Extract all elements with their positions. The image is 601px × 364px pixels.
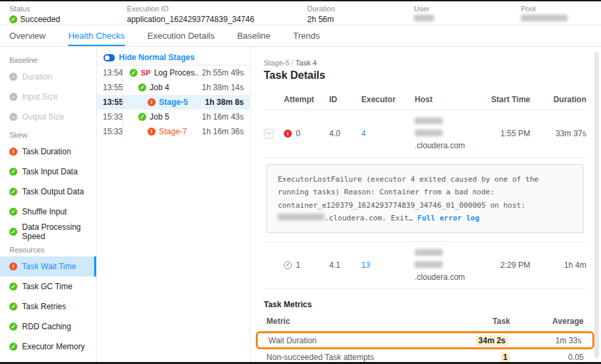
breadcrumb-task: Task 4	[296, 59, 317, 67]
error-circle-icon	[148, 128, 156, 136]
attempt-row-1: 1 4.1 13 .cloudera.com 2:29 PM 1h 4m	[264, 242, 586, 289]
attempt-row-0: − 0 4.0 4 .cloudera.com 1:55 PM 33m 37s	[264, 110, 586, 158]
full-error-log-link[interactable]: Full error log	[417, 214, 479, 222]
error-message-box: ExecutorLostFailure (executor 4 exited c…	[266, 164, 584, 233]
collapse-row-button[interactable]: −	[264, 129, 274, 139]
sidebar-item-task-input-data[interactable]: Task Input Data	[0, 162, 96, 182]
executor-link[interactable]: 13	[361, 260, 370, 270]
check-circle-icon	[9, 168, 17, 176]
health-checks-sidebar: Baseline Duration Input Size Output Size…	[0, 47, 97, 362]
sidebar-item-task-wait-time[interactable]: Task Wait Time	[0, 256, 96, 277]
sidebar-item-shuffle-input[interactable]: Shuffle Input	[0, 202, 96, 222]
execution-id-field: Execution ID application_1624293774839_3…	[127, 5, 254, 24]
sidebar-item-task-retries[interactable]: Task Retries	[0, 297, 96, 317]
minus-circle-icon	[9, 93, 17, 101]
section-baseline: Baseline	[0, 52, 96, 67]
highlighted-value: 1	[500, 352, 510, 362]
stage-row-job-5[interactable]: 15:33 Job 5 1h 16m 43s	[97, 110, 250, 124]
metrics-table-header: Metric Task Average	[264, 312, 586, 331]
sidebar-item-input-size[interactable]: Input Size	[0, 87, 96, 107]
task-details-panel: Stage-5/Task 4 Task Details Attempt ID E…	[250, 47, 601, 362]
error-circle-icon	[148, 98, 156, 106]
breadcrumb-stage[interactable]: Stage-5	[264, 59, 290, 67]
error-circle-icon	[9, 148, 17, 156]
sidebar-item-duration[interactable]: Duration	[0, 67, 96, 87]
succeeded-attempt-icon	[284, 261, 292, 269]
stage-row-app[interactable]: 13:54 SP Log Proces... 2h 55m 49s	[97, 65, 250, 80]
attempts-table-header: Attempt ID Executor Host Start Time Dura…	[264, 89, 586, 110]
tab-bar: Overview Health Checks Execution Details…	[0, 25, 601, 47]
duration-label: Duration	[307, 5, 335, 13]
check-circle-icon	[130, 69, 138, 77]
executor-link[interactable]: 4	[361, 129, 366, 138]
highlighted-value: 34m 2s	[475, 335, 508, 346]
host-cell: .cloudera.com	[415, 110, 469, 157]
metric-row-wait-duration: Wait Duration 34m 2s 1m 33s	[256, 331, 594, 349]
host-cell: .cloudera.com	[415, 242, 469, 289]
minus-circle-icon	[9, 113, 17, 121]
pool-label: Pool	[521, 5, 568, 13]
sidebar-item-executor-memory[interactable]: Executor Memory	[0, 337, 96, 357]
window-top-edge	[0, 0, 601, 1]
minus-circle-icon	[9, 73, 17, 81]
stages-panel: Hide Normal Stages 13:54 SP Log Proces..…	[97, 47, 250, 362]
tab-baseline[interactable]: Baseline	[237, 25, 270, 46]
check-circle-icon	[9, 323, 17, 331]
check-circle-icon	[9, 303, 17, 311]
tab-trends[interactable]: Trends	[293, 25, 320, 46]
host-redacted-value	[415, 249, 443, 256]
tab-overview[interactable]: Overview	[9, 25, 45, 46]
check-circle-icon	[138, 113, 146, 121]
execution-id-value: application_1624293774839_34746	[127, 15, 254, 24]
section-skew: Skew	[0, 127, 96, 142]
sidebar-item-task-output-data[interactable]: Task Output Data	[0, 182, 96, 202]
spark-app-badge: SP	[141, 69, 151, 77]
sidebar-item-task-duration[interactable]: Task Duration	[0, 142, 96, 162]
status-field: Status Succeeded	[9, 5, 60, 24]
stage-row-stage-7[interactable]: 15:33 Stage-7 1h 16m 36s	[97, 124, 250, 139]
check-circle-icon	[9, 343, 17, 351]
user-field: User	[414, 5, 434, 21]
user-redacted-value	[414, 15, 434, 21]
user-label: User	[414, 5, 434, 13]
sidebar-item-data-processing-speed[interactable]: Data Processing Speed	[0, 222, 96, 242]
check-circle-icon	[9, 188, 17, 196]
section-resources: Resources	[0, 242, 96, 256]
stage-row-job-4[interactable]: 13:55 Job 4 1h 38m 14s	[97, 80, 250, 95]
error-circle-icon	[9, 262, 17, 270]
main-content: Baseline Duration Input Size Output Size…	[0, 47, 601, 362]
failed-attempt-icon	[284, 130, 292, 138]
sidebar-item-output-size[interactable]: Output Size	[0, 107, 96, 127]
breadcrumb: Stage-5/Task 4	[264, 59, 586, 67]
check-circle-icon	[138, 83, 146, 92]
host-redacted-value	[278, 214, 325, 220]
hide-normal-stages-toggle[interactable]: Hide Normal Stages	[97, 50, 250, 65]
pool-field: Pool	[521, 5, 568, 21]
expanded-error-area: ExecutorLostFailure (executor 4 exited c…	[264, 158, 586, 242]
duration-field: Duration 2h 56m	[307, 5, 335, 24]
metric-row-non-succeeded-attempts: Non-succeeded Task attempts 1 0.05	[264, 349, 586, 362]
app-header: Status Succeeded Execution ID applicatio…	[0, 1, 601, 25]
host-redacted-value	[415, 118, 443, 124]
check-circle-icon	[9, 228, 17, 236]
tab-health-checks[interactable]: Health Checks	[68, 25, 125, 46]
check-circle-icon	[9, 283, 17, 291]
status-value: Succeeded	[9, 15, 60, 24]
toggle-switch-icon[interactable]	[104, 54, 115, 61]
host-redacted-value	[415, 261, 443, 268]
status-succeeded-icon	[9, 15, 17, 23]
page-title: Task Details	[264, 69, 586, 81]
execution-id-label: Execution ID	[127, 5, 254, 13]
pool-redacted-value	[521, 15, 568, 21]
status-label: Status	[9, 5, 60, 13]
vertical-scrollbar[interactable]	[594, 52, 599, 358]
stage-row-stage-5[interactable]: 13:55 Stage-5 1h 38m 8s	[97, 95, 250, 110]
task-metrics-title: Task Metrics	[264, 300, 586, 309]
host-redacted-value	[415, 130, 443, 136]
tab-execution-details[interactable]: Execution Details	[148, 25, 214, 46]
sidebar-item-task-gc-time[interactable]: Task GC Time	[0, 277, 96, 297]
duration-value: 2h 56m	[307, 15, 335, 24]
sidebar-item-rdd-caching[interactable]: RDD Caching	[0, 317, 96, 337]
check-circle-icon	[9, 208, 17, 216]
